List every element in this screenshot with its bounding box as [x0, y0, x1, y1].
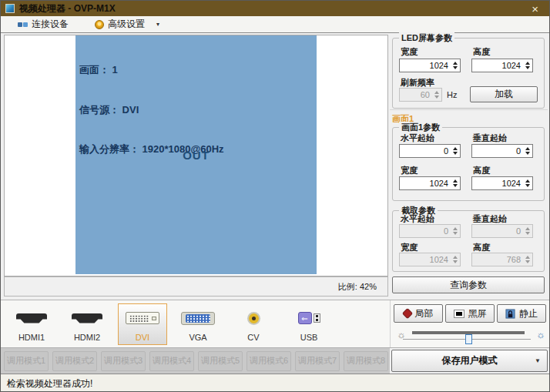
partial-button[interactable]: 局部: [394, 304, 443, 323]
spinner-arrows: [451, 227, 460, 235]
settings-dropdown-arrow-icon[interactable]: ▾: [156, 21, 159, 28]
refresh-rate-spinner: 60: [399, 88, 442, 102]
vga-icon: [181, 312, 215, 325]
source-hdmi2[interactable]: HDMI2: [62, 303, 112, 345]
led-width-spinner[interactable]: 1024: [399, 59, 461, 72]
picture1-params-group: 画面1参数 水平起始 垂直起始 0 0 宽度 高度 1024 1024: [392, 127, 545, 201]
mode-button-2[interactable]: 调用模式2: [52, 351, 97, 371]
led-height-spinner[interactable]: 1024: [471, 59, 533, 72]
toolbar: 连接设备 高级设置 ▾: [1, 16, 549, 33]
spinner-arrows[interactable]: [451, 179, 460, 187]
scale-label: 比例: 42%: [338, 281, 377, 293]
output-canvas: 画面： 1 信号源： DVI 输入分辨率： 1920*1080@60Hz OUT: [4, 35, 388, 276]
source-hdmi1[interactable]: HDMI1: [7, 303, 56, 345]
capture-height-label: 高度: [473, 242, 490, 253]
picture1-params-title: 画面1参数: [399, 122, 442, 133]
capture-height-spinner: 768: [471, 253, 533, 266]
slider-handle[interactable]: [465, 334, 472, 344]
capture-params-group: 截取参数 水平起始 垂直起始 0 0 宽度 高度 1024 768: [392, 210, 545, 272]
call-modes-row: 调用模式1 调用模式2 调用模式3 调用模式4 调用模式5 调用模式6 调用模式…: [1, 347, 390, 374]
mode-button-1[interactable]: 调用模式1: [4, 351, 49, 371]
led-width-label: 宽度: [401, 46, 418, 58]
picture-preview-window[interactable]: 画面： 1 信号源： DVI 输入分辨率： 1920*1080@60Hz OUT: [75, 35, 317, 274]
capture-vstart-label: 垂直起始: [473, 213, 507, 225]
spinner-arrows: [523, 227, 532, 235]
advanced-settings-label: 高级设置: [108, 18, 145, 31]
picture-hstart-spinner[interactable]: 0: [399, 144, 461, 158]
hz-unit-label: Hz: [447, 90, 457, 99]
save-mode-area: 保存用户模式 ▼: [390, 347, 550, 374]
brightness-slider: ☼ ☼: [391, 327, 550, 345]
usb-icon: ⇐: [298, 312, 320, 324]
led-height-label: 高度: [473, 46, 490, 58]
app-window: 视频处理器 - OVP-M1X × 连接设备 高级设置 ▾ 画面： 1 信号源：…: [0, 0, 550, 392]
blackscreen-button[interactable]: 黑屏: [445, 304, 495, 323]
spinner-arrows: [523, 256, 532, 263]
hdmi-icon: [72, 313, 102, 323]
picture-width-label: 宽度: [401, 165, 418, 176]
spinner-arrows[interactable]: [523, 62, 532, 69]
freeze-lock-icon: [505, 309, 515, 319]
close-button[interactable]: ×: [525, 3, 545, 15]
mode-button-6[interactable]: 调用模式6: [246, 351, 291, 371]
spinner-arrows: [432, 91, 441, 99]
input-sources: HDMI1 HDMI2 DVI VGA CV ⇐ USB: [7, 303, 334, 345]
status-message: 检索视频处理器成功!: [7, 377, 92, 390]
source-vga[interactable]: VGA: [173, 303, 223, 345]
led-params-group: LED屏幕参数 宽度 高度 1024 1024 刷新频率 60 Hz 加载: [392, 38, 545, 109]
mode-button-5[interactable]: 调用模式5: [198, 351, 243, 371]
plug-icon: [18, 22, 28, 27]
connect-device-button[interactable]: 连接设备: [12, 16, 75, 32]
dvi-icon: [126, 312, 159, 324]
vstart-label: 垂直起始: [473, 132, 507, 144]
picture-vstart-spinner[interactable]: 0: [471, 144, 533, 158]
capture-width-spinner: 1024: [399, 253, 461, 266]
status-bar: 检索视频处理器成功!: [1, 374, 549, 392]
spinner-arrows[interactable]: [451, 147, 460, 155]
mode-button-8[interactable]: 调用模式8: [344, 351, 388, 371]
query-params-button[interactable]: 查询参数: [392, 276, 545, 293]
title-bar: 视频处理器 - OVP-M1X ×: [1, 1, 549, 16]
output-controls: 局部 黑屏 静止 ☼ ☼: [390, 300, 550, 348]
panel-separator: [390, 109, 548, 110]
advanced-settings-button[interactable]: 高级设置 ▾: [89, 16, 166, 32]
window-title: 视频处理器 - OVP-M1X: [19, 2, 525, 15]
picture-height-spinner[interactable]: 1024: [471, 176, 533, 190]
spinner-arrows: [451, 256, 460, 263]
cv-icon: [249, 313, 259, 323]
capture-hstart-label: 水平起始: [401, 213, 434, 225]
scale-bar: 比例: 42%: [4, 276, 388, 297]
black-screen-icon: [454, 310, 464, 318]
load-button[interactable]: 加载: [470, 86, 538, 102]
mode-button-3[interactable]: 调用模式3: [101, 351, 146, 371]
gear-icon: [95, 20, 104, 29]
refresh-rate-label: 刷新频率: [401, 77, 434, 89]
source-usb[interactable]: ⇐ USB: [284, 303, 334, 345]
spinner-arrows[interactable]: [523, 179, 532, 187]
mode-button-4[interactable]: 调用模式4: [149, 351, 194, 371]
connect-device-label: 连接设备: [32, 18, 69, 31]
source-dvi[interactable]: DVI: [118, 303, 167, 345]
bottom-section: HDMI1 HDMI2 DVI VGA CV ⇐ USB: [1, 300, 549, 347]
source-cv[interactable]: CV: [229, 303, 278, 345]
app-icon: [5, 4, 15, 13]
picture-width-spinner[interactable]: 1024: [399, 176, 461, 190]
save-mode-dropdown-arrow-icon[interactable]: ▼: [535, 357, 541, 364]
partial-icon: [401, 308, 412, 319]
save-user-mode-button[interactable]: 保存用户模式 ▼: [391, 350, 548, 372]
led-params-title: LED屏幕参数: [399, 32, 454, 44]
capture-vstart-spinner: 0: [471, 224, 533, 238]
capture-hstart-spinner: 0: [399, 224, 461, 238]
brightness-high-icon: ☼: [536, 330, 545, 340]
picture-height-label: 高度: [473, 165, 490, 176]
spinner-arrows[interactable]: [451, 62, 460, 69]
hstart-label: 水平起始: [401, 132, 434, 144]
mode-button-7[interactable]: 调用模式7: [295, 351, 340, 371]
freeze-button[interactable]: 静止: [497, 304, 546, 323]
out-label: OUT: [75, 35, 317, 274]
spinner-arrows[interactable]: [523, 147, 532, 155]
capture-width-label: 宽度: [401, 242, 418, 253]
hdmi-icon: [16, 313, 47, 323]
